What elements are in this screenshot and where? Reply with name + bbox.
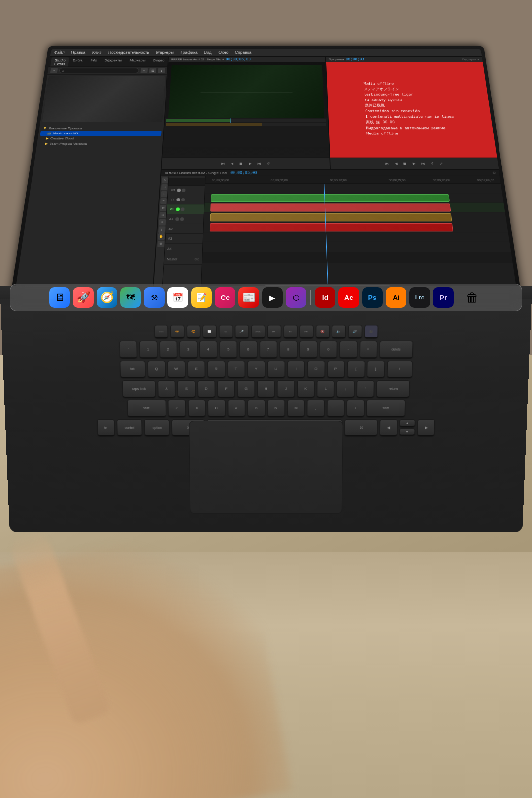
ctrl-step-back[interactable]: ⏮ <box>220 161 226 166</box>
tool-roll[interactable]: ⊢ <box>160 191 167 197</box>
key-a[interactable]: A <box>158 380 175 398</box>
key-shift-r[interactable]: shift <box>366 400 405 417</box>
key-bracket-l[interactable]: [ <box>347 361 365 378</box>
key-delete[interactable]: delete <box>379 341 413 358</box>
track-lock-v3[interactable] <box>181 188 185 192</box>
key-0[interactable]: 0 <box>319 341 337 358</box>
tool-slide[interactable]: ⇔ <box>159 212 166 218</box>
dock-finder[interactable]: 🖥 <box>49 287 70 308</box>
key-f8[interactable]: ⏯ <box>283 325 297 338</box>
clip-v2[interactable] <box>211 194 450 202</box>
key-e[interactable]: E <box>187 361 205 378</box>
key-9[interactable]: 9 <box>299 341 317 358</box>
key-3[interactable]: 3 <box>179 341 197 358</box>
prog-ctrl-play[interactable]: ▶ <box>411 161 418 166</box>
menu-sequence[interactable]: Последовательность <box>108 51 150 55</box>
key-h[interactable]: H <box>257 380 274 398</box>
track-lock-v2[interactable] <box>181 198 185 201</box>
tab-markers[interactable]: Маркеры <box>126 57 149 66</box>
key-cmd-r[interactable]: ⌘ <box>344 419 377 436</box>
dock-photoshop[interactable]: Ps <box>362 287 383 308</box>
key-f9[interactable]: ⏭ <box>299 325 313 338</box>
key-o[interactable]: O <box>307 361 325 378</box>
key-shift-l[interactable]: shift <box>127 400 166 417</box>
ctrl-play[interactable]: ▶ <box>247 161 253 166</box>
dock-premiere[interactable]: Pr <box>433 287 454 308</box>
key-c[interactable]: C <box>208 400 226 417</box>
key-esc[interactable]: esc <box>154 325 168 338</box>
dock-notes[interactable]: 📝 <box>191 287 212 308</box>
key-q[interactable]: Q <box>147 361 165 378</box>
track-lock-v1[interactable] <box>180 207 184 211</box>
menu-view[interactable]: Вид <box>204 51 212 55</box>
key-bracket-r[interactable]: ] <box>367 361 385 378</box>
trackpad[interactable] <box>189 421 343 514</box>
dock-indesign[interactable]: Id <box>315 287 335 308</box>
dock-colorsync[interactable]: ⬡ <box>286 287 306 308</box>
key-f3[interactable]: ⬜ <box>202 325 216 338</box>
key-j[interactable]: J <box>277 380 295 398</box>
prog-ctrl-play-back[interactable]: ◀ <box>393 161 399 166</box>
dock-illustrator[interactable]: Ai <box>386 287 406 308</box>
track-mute-a1[interactable] <box>175 217 179 221</box>
tab-studio-extras[interactable]: Studio Extras <box>50 57 69 66</box>
key-f5[interactable]: 🎤 <box>235 325 249 338</box>
key-semicolon[interactable]: ; <box>337 380 355 398</box>
prog-ctrl-step-back[interactable]: ⏮ <box>384 161 391 166</box>
key-backslash[interactable]: \ <box>387 361 412 378</box>
key-tab[interactable]: tab <box>120 361 145 378</box>
key-r[interactable]: R <box>207 361 225 378</box>
key-2[interactable]: 2 <box>159 341 177 358</box>
dock-creative-cloud[interactable]: Cc <box>215 287 235 308</box>
ctrl-stop[interactable]: ⏹ <box>238 161 244 166</box>
key-g[interactable]: G <box>237 380 255 398</box>
key-s[interactable]: S <box>178 380 196 398</box>
tool-slip[interactable]: ⇄ <box>160 205 166 211</box>
menu-help[interactable]: Справка <box>235 51 252 55</box>
key-f12[interactable]: 🔊 <box>348 325 362 338</box>
key-i[interactable]: I <box>287 361 305 378</box>
key-y[interactable]: Y <box>247 361 265 378</box>
key-f11[interactable]: 🔉 <box>332 325 345 338</box>
key-f7[interactable]: ⏮ <box>267 325 281 338</box>
dock-launchpad[interactable]: 🚀 <box>73 287 94 308</box>
menu-graphics[interactable]: Графика <box>180 51 198 55</box>
clip-v1[interactable] <box>210 203 451 211</box>
tree-item-creative-cloud[interactable]: ▶ Creative Cloud <box>39 136 161 141</box>
clip-a1[interactable] <box>210 213 452 221</box>
key-f6[interactable]: DND <box>251 325 265 338</box>
key-f1[interactable]: 🔅 <box>170 325 184 338</box>
timeline-settings[interactable]: ⚙ <box>492 171 496 175</box>
key-equals[interactable]: = <box>359 341 377 358</box>
dock-calendar[interactable]: 📅 <box>167 287 188 308</box>
tool-type[interactable]: T <box>158 226 165 233</box>
prog-ctrl-step-forward[interactable]: ⏭ <box>420 161 427 166</box>
track-eye-v3[interactable] <box>177 188 181 192</box>
dock-xcode[interactable]: ⚒ <box>144 287 165 308</box>
key-arrow-up[interactable]: ▲ <box>399 419 415 427</box>
icon-view-btn[interactable]: ⊞ <box>149 68 157 73</box>
key-p[interactable]: P <box>327 361 345 378</box>
dock-trash[interactable]: 🗑 <box>462 287 483 308</box>
key-l[interactable]: L <box>317 380 334 398</box>
dock-apple-tv[interactable]: ▶ <box>262 287 283 308</box>
new-bin-btn[interactable]: + <box>50 68 58 73</box>
menu-markers[interactable]: Маркеры <box>156 51 174 55</box>
key-touchid[interactable]: ⬛ <box>364 325 378 338</box>
tool-ripple[interactable]: ⊣ <box>161 184 167 190</box>
key-z[interactable]: Z <box>168 400 186 417</box>
tree-item-masterclass[interactable]: 📹 Masterclass HD <box>40 131 161 136</box>
ctrl-loop[interactable]: ↺ <box>265 161 271 166</box>
key-option[interactable]: option <box>144 419 169 436</box>
track-eye-v1[interactable] <box>176 207 180 211</box>
key-1[interactable]: 1 <box>139 341 157 358</box>
tool-select[interactable]: ↖ <box>161 177 168 183</box>
dock-news[interactable]: 📰 <box>238 287 259 308</box>
tool-zoom[interactable]: ⊕ <box>157 241 164 247</box>
key-f4[interactable]: ⊞ <box>219 325 233 338</box>
key-k[interactable]: K <box>297 380 315 398</box>
key-minus[interactable]: - <box>339 341 357 358</box>
menu-file[interactable]: Файл <box>54 51 65 55</box>
key-quote[interactable]: ' <box>357 380 374 398</box>
key-capslock[interactable]: caps lock <box>122 380 156 398</box>
